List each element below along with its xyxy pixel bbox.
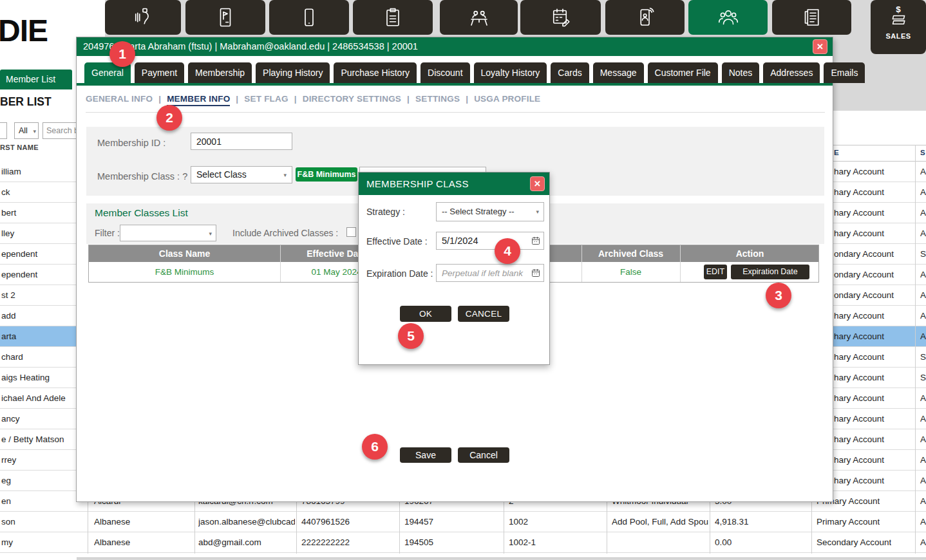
toolbar-button-scorecard[interactable] [185, 0, 265, 35]
account-type-cell: hary Account [834, 368, 884, 387]
account-type-cell: hary Account [834, 162, 884, 182]
account-type-cell: hary Account [834, 471, 884, 490]
col-archived-class: Archived Class [581, 245, 680, 262]
account-type-cell: hary Account [834, 429, 884, 449]
toolbar-button-news[interactable] [772, 0, 851, 35]
member-list-row[interactable]: aigs Heating [0, 368, 77, 388]
cropped-control[interactable] [0, 122, 7, 139]
expiration-date-input[interactable] [436, 264, 544, 282]
member-list-row[interactable]: ichael And Adele [0, 388, 77, 409]
first-name-column-header[interactable]: RST NAME [0, 144, 39, 151]
class-modal-close-button[interactable] [530, 176, 545, 191]
status-cell: A [920, 223, 926, 243]
status-cell: A [920, 471, 926, 490]
member-list-row[interactable]: son [0, 512, 77, 532]
account-type-cell: hary Account [834, 203, 884, 223]
member-filter-value: All [19, 126, 28, 135]
member-list-row[interactable]: chard [0, 347, 77, 368]
cancel-button[interactable]: Cancel [458, 447, 509, 463]
subnav-directory-settings[interactable]: DIRECTORY SETTINGS [303, 94, 401, 104]
tab-payment[interactable]: Payment [135, 62, 184, 83]
member-id-cell: 1002-1 [509, 532, 536, 552]
save-button[interactable]: Save [400, 447, 451, 463]
expiration-date-button[interactable]: Expiration Date [731, 265, 809, 279]
class-cancel-button[interactable]: CANCEL [458, 306, 509, 322]
strategy-select[interactable]: -- Select Strategy -- [436, 202, 544, 221]
tab-loyalty-history[interactable]: Loyalty History [474, 62, 547, 83]
toolbar-button-calendar-edit[interactable] [520, 0, 601, 35]
account-type-cell: ondary Account [834, 285, 894, 305]
step-5-badge: 5 [398, 323, 424, 349]
member-list-row[interactable]: ck [0, 182, 77, 203]
member-list-row[interactable]: e / Betty Matson [0, 429, 77, 450]
classes-filter-select[interactable] [120, 225, 216, 241]
tab-emails[interactable]: Emails [824, 62, 865, 83]
membership-class-select[interactable]: Select Class [191, 166, 292, 183]
subnav-general-info[interactable]: GENERAL INFO [86, 94, 153, 104]
account-type-cell: hary Account [834, 326, 884, 346]
column-header-partial-s[interactable]: S [920, 149, 925, 156]
account-type-cell: hary Account [834, 306, 884, 326]
member-list-row[interactable]: illiam [0, 162, 77, 182]
member-list-row[interactable]: en [0, 491, 77, 512]
tab-message[interactable]: Message [593, 62, 644, 83]
tab-membership[interactable]: Membership [188, 62, 252, 83]
tab-addresses[interactable]: Addresses [763, 62, 820, 83]
member-list-row[interactable]: rrey [0, 450, 77, 471]
member-list-row[interactable]: lley [0, 223, 77, 244]
toolbar-button-scan[interactable] [105, 0, 181, 35]
step-6-badge: 6 [362, 434, 388, 460]
step-3-badge: 3 [766, 283, 791, 308]
tab-cards[interactable]: Cards [551, 62, 589, 83]
toolbar-button-phone[interactable] [269, 0, 349, 35]
tab-notes[interactable]: Notes [722, 62, 760, 83]
filter-label: Filter : [95, 228, 120, 238]
calendar-icon[interactable] [531, 236, 540, 245]
toolbar-button-meeting[interactable] [440, 0, 518, 35]
account-type-cell: hary Account [834, 223, 884, 243]
member-list-row[interactable]: arta [0, 326, 77, 347]
last-name-cell: Albanese [94, 512, 130, 532]
subnav-member-info[interactable]: MEMBER INFO [167, 94, 230, 106]
step-2-badge: 2 [156, 105, 182, 131]
tab-customer-file[interactable]: Customer File [648, 62, 718, 83]
subnav-usga-profile[interactable]: USGA PROFILE [474, 94, 540, 104]
tab-discount[interactable]: Discount [420, 62, 469, 83]
member-list-row[interactable]: eg [0, 471, 77, 491]
member-list-row[interactable]: bert [0, 203, 77, 223]
ok-button[interactable]: OK [400, 306, 451, 322]
subnav-set-flag[interactable]: SET FLAG [244, 94, 288, 104]
member-list-row[interactable]: add [0, 306, 77, 326]
member-list-row[interactable]: my [0, 532, 77, 553]
effective-date-input[interactable] [436, 232, 544, 250]
status-cell: A [920, 429, 926, 449]
status-cell: A [920, 265, 926, 285]
background-table-row[interactable]: Albaneseabd@gmail.com2222222222194505100… [77, 532, 926, 553]
member-list-row[interactable]: ependent [0, 265, 77, 285]
toolbar-button-sales[interactable]: $ SALES [871, 0, 926, 54]
scorecard-icon [214, 6, 237, 29]
member-filter-select[interactable]: All [14, 122, 39, 139]
subnav-settings[interactable]: SETTINGS [415, 94, 460, 104]
tab-playing-history[interactable]: Playing History [256, 62, 330, 83]
step-4-badge: 4 [495, 238, 520, 264]
member-list-row[interactable]: ependent [0, 244, 77, 265]
member-list-row[interactable]: st 2 [0, 285, 77, 306]
toolbar-button-members[interactable] [688, 0, 768, 35]
tab-member-list[interactable]: Member List [0, 70, 72, 89]
background-table-row[interactable]: Albanesejason.albanese@clubcad4407961526… [77, 512, 926, 532]
include-archived-checkbox[interactable] [346, 227, 356, 237]
edit-button[interactable]: EDIT [704, 265, 727, 279]
member-modal-close-button[interactable] [813, 39, 827, 54]
member-list-row[interactable]: ancy [0, 409, 77, 429]
member-modal-tabs: GeneralPaymentMembershipPlaying HistoryP… [84, 62, 865, 86]
status-cell: S [920, 347, 926, 367]
toolbar-button-mobile-contact[interactable] [605, 0, 685, 35]
toolbar-button-clipboard[interactable] [353, 0, 433, 35]
account-type-cell: hary Account [834, 409, 884, 429]
column-header-partial-e[interactable]: E [834, 149, 839, 156]
member-search-input[interactable] [43, 122, 80, 139]
tab-purchase-history[interactable]: Purchase History [334, 62, 417, 83]
calendar-icon[interactable] [531, 268, 540, 277]
membership-id-input[interactable] [191, 133, 292, 150]
